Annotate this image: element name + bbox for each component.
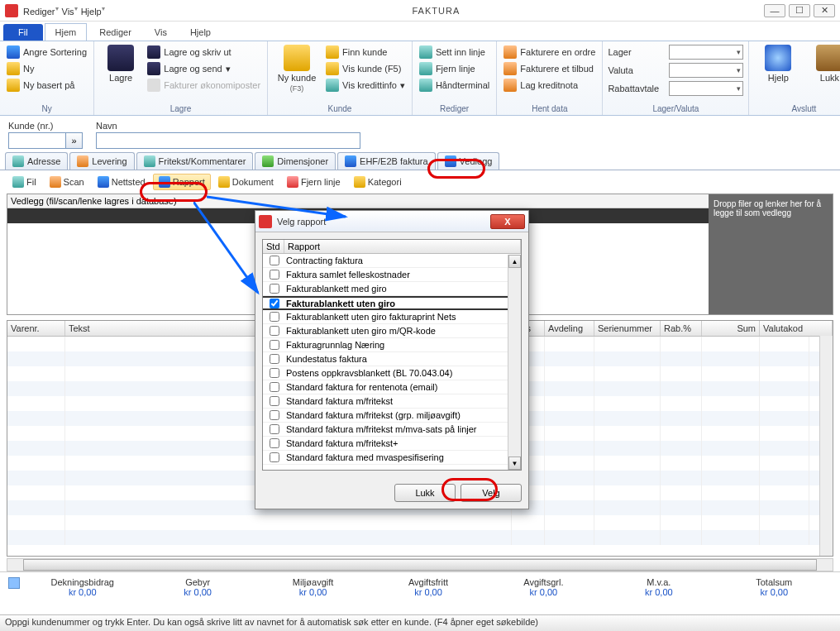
rapport-row-checkbox[interactable] (270, 382, 279, 392)
scan-button[interactable]: Scan (44, 174, 90, 190)
dialog-lukk-button[interactable]: Lukk (394, 484, 456, 502)
fil-button[interactable]: Fil (7, 174, 42, 190)
ny-kunde-button[interactable]: Ny kunde(F3) (273, 45, 321, 93)
lag-kreditnota-button[interactable]: Lag kreditnota (502, 78, 597, 93)
maximize-button[interactable]: ☐ (789, 4, 810, 17)
titlemenu-rediger[interactable]: Rediger▾ (23, 5, 59, 17)
dialog-close-button[interactable]: X (490, 214, 525, 229)
grid-vscroll[interactable] (819, 336, 833, 556)
rapport-row[interactable]: Standard faktura m/fritekst (grp. miljøa… (263, 409, 521, 423)
rapport-row[interactable]: Fakturablankett uten giro (263, 296, 521, 310)
close-window-button[interactable]: ✕ (814, 4, 835, 17)
fjern-linje-button[interactable]: Fjern linje (418, 61, 491, 76)
rapport-row-checkbox[interactable] (270, 438, 279, 448)
rapport-row-checkbox[interactable] (270, 368, 279, 378)
rapport-row-checkbox[interactable] (270, 396, 279, 406)
list-vscroll[interactable]: ▲ ▼ (508, 255, 521, 470)
col-varenr[interactable]: Varenr. (7, 321, 65, 336)
finn-kunde-button[interactable]: Finn kunde (324, 45, 407, 60)
rapport-row-checkbox[interactable] (270, 410, 279, 420)
lagre-button[interactable]: Lagre (99, 45, 142, 83)
tab-vis[interactable]: Vis (144, 23, 178, 41)
rapport-row[interactable]: Standard faktura m/fritekst m/mva-sats p… (263, 423, 521, 437)
sett-inn-linje-button[interactable]: Sett inn linje (418, 45, 491, 60)
angre-sortering-button[interactable]: Angre Sortering (5, 45, 88, 60)
ny-button[interactable]: Ny (5, 61, 88, 76)
col-rab[interactable]: Rab.% (661, 321, 702, 336)
tab-rediger[interactable]: Rediger (88, 23, 142, 41)
rapport-row-checkbox[interactable] (270, 340, 279, 350)
vis-kredittinfo-button[interactable]: Vis kredittinfo ▾ (324, 78, 407, 93)
tab-fritekst[interactable]: Fritekst/Kommentarer (136, 152, 254, 170)
col-serienummer[interactable]: Serienummer (594, 321, 661, 336)
lagre-skriv-ut-button[interactable]: Lagre og skriv ut (146, 45, 262, 60)
rapport-row[interactable]: Standard faktura med mvaspesifisering (263, 451, 521, 465)
rapport-row[interactable]: Fakturablankett uten giro fakturaprint N… (263, 310, 521, 324)
navn-input[interactable] (96, 132, 360, 149)
lager-combo[interactable] (669, 45, 743, 60)
rapport-row-checkbox[interactable] (270, 284, 279, 294)
tab-hjelp[interactable]: Hjelp (179, 23, 222, 41)
dokument-button[interactable]: Dokument (212, 174, 279, 190)
valuta-combo[interactable] (669, 63, 743, 78)
rabatt-combo[interactable] (669, 81, 743, 96)
tab-ehf[interactable]: EHF/E2B faktura (337, 152, 436, 170)
rapport-row[interactable]: Postens oppkravsblankett (BL 70.043.04) (263, 366, 521, 380)
handterminal-button[interactable]: Håndterminal (418, 78, 491, 93)
scroll-up-button[interactable]: ▲ (508, 255, 521, 268)
rapport-row[interactable]: Kundestatus faktura (263, 352, 521, 366)
col-sum[interactable]: Sum (702, 321, 760, 336)
rapport-row-checkbox[interactable] (270, 354, 279, 364)
page-tabs: Adresse Levering Fritekst/Kommentarer Di… (0, 151, 840, 170)
rapport-row[interactable]: Fakturablankett med giro (263, 282, 521, 296)
col-valutakod[interactable]: Valutakod (760, 321, 833, 336)
rapport-row-checkbox[interactable] (270, 256, 279, 265)
kategori-button[interactable]: Kategori (348, 174, 408, 190)
vedlegg-dropzone[interactable]: Dropp filer og lenker her for å legge ti… (709, 194, 833, 314)
scroll-down-button[interactable]: ▼ (508, 457, 521, 470)
fakturere-tilbud-button[interactable]: Fakturere et tilbud (502, 61, 597, 76)
fjern-linje-toolbar-button[interactable]: Fjern linje (281, 174, 346, 190)
ny-basert-pa-button[interactable]: Ny basert på (5, 78, 88, 93)
tab-fil[interactable]: Fil (3, 24, 43, 41)
rapport-row-checkbox[interactable] (270, 312, 279, 322)
titlemenu-hjelp[interactable]: Hjelp▾ (81, 5, 105, 17)
lukk-button[interactable]: Lukk (805, 45, 840, 83)
grid-row[interactable] (7, 530, 833, 545)
col-std[interactable]: Std (263, 240, 284, 253)
rapport-row[interactable]: Standard faktura m/fritekst (263, 394, 521, 409)
rapport-row[interactable]: Standard faktura for rentenota (email) (263, 380, 521, 394)
kundenr-input[interactable] (8, 132, 66, 149)
rapport-row[interactable]: Faktura samlet felleskostnader (263, 268, 521, 282)
rapport-row[interactable]: Fakturagrunnlag Næring (263, 338, 521, 352)
rapport-row-checkbox[interactable] (270, 270, 279, 280)
lagre-send-button[interactable]: Lagre og send ▾ (146, 61, 262, 76)
col-avdeling[interactable]: Avdeling (545, 321, 594, 336)
group-rediger-label: Rediger (413, 103, 496, 115)
kundenr-lookup-button[interactable]: » (66, 132, 83, 149)
rapport-row-checkbox[interactable] (270, 452, 279, 462)
tab-adresse[interactable]: Adresse (5, 152, 68, 170)
grid-row[interactable] (7, 515, 833, 530)
dialog-velg-button[interactable]: Velg (461, 484, 522, 502)
grid-hscroll[interactable] (7, 558, 833, 571)
rapport-row-checkbox[interactable] (270, 424, 279, 434)
col-rapport[interactable]: Rapport (284, 240, 521, 253)
totals-icon[interactable] (8, 577, 20, 589)
rapport-row[interactable]: Contracting faktura (263, 254, 521, 268)
tab-dimensjoner[interactable]: Dimensjoner (255, 152, 336, 170)
tab-hjem[interactable]: Hjem (45, 23, 88, 41)
titlemenu-vis[interactable]: Vis▾ (62, 5, 78, 17)
minimize-button[interactable]: — (764, 4, 785, 17)
rapport-row-checkbox[interactable] (270, 326, 279, 336)
tab-vedlegg[interactable]: Vedlegg (437, 152, 500, 170)
rapport-row-checkbox[interactable] (270, 299, 279, 308)
hjelp-button[interactable]: Hjelp (754, 45, 802, 83)
tab-levering[interactable]: Levering (69, 152, 134, 170)
vis-kunde-button[interactable]: Vis kunde (F5) (324, 61, 407, 76)
nettsted-button[interactable]: Nettsted (92, 174, 151, 190)
rapport-row[interactable]: Standard faktura m/fritekst+ (263, 437, 521, 451)
fakturere-ordre-button[interactable]: Fakturere en ordre (502, 45, 597, 60)
rapport-row[interactable]: Fakturablankett uten giro m/QR-kode (263, 324, 521, 338)
rapport-button[interactable]: Rapport (153, 174, 211, 190)
